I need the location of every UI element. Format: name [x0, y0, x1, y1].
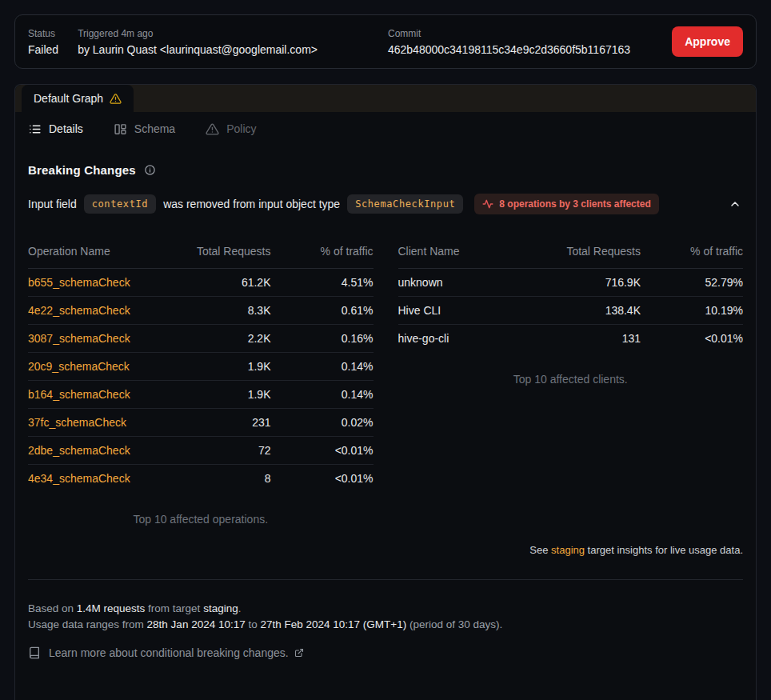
change-middle: was removed from input object type [163, 198, 340, 210]
schema-check-card: Default Graph Details [14, 84, 757, 700]
usage-text: . [238, 602, 242, 614]
operation-link[interactable]: 20c9_schemaCheck [28, 360, 130, 373]
operation-traffic: 0.14% [271, 381, 374, 409]
table-row: hive-go-cli 131 <0.01% [398, 325, 744, 353]
insights-note-prefix: See [529, 544, 551, 556]
operations-header-row: Operation Name Total Requests % of traff… [28, 236, 374, 269]
table-row: 4e34_schemaCheck 8 <0.01% [28, 465, 374, 493]
operation-requests: 8.3K [163, 297, 271, 325]
table-row: b655_schemaCheck 61.2K 4.51% [28, 269, 374, 297]
check-nav-row: Details Schema Policy [15, 112, 756, 146]
clients-header-row: Client Name Total Requests % of traffic [398, 236, 744, 269]
usage-summary-line1: Based on 1.4M requests from target stagi… [28, 601, 743, 617]
status-label: Status [28, 28, 58, 39]
check-summary-card: Status Failed Triggered 4m ago by Laurin… [14, 14, 757, 69]
operations-panel: Operation Name Total Requests % of traff… [28, 236, 374, 526]
client-requests: 131 [533, 325, 641, 353]
triggered-group: Triggered 4m ago by Laurin Quast <laurin… [78, 28, 318, 56]
operation-traffic: 4.51% [271, 269, 374, 297]
operation-requests: 8 [163, 465, 271, 493]
clients-col-traffic: % of traffic [641, 236, 743, 269]
table-row: Hive CLI 138.4K 10.19% [398, 297, 744, 325]
clients-col-requests: Total Requests [533, 236, 641, 269]
usage-summary: Based on 1.4M requests from target stagi… [28, 601, 743, 633]
tab-schema[interactable]: Schema [114, 122, 175, 136]
breaking-change-row[interactable]: Input field contextId was removed from i… [28, 194, 743, 214]
operations-table: Operation Name Total Requests % of traff… [28, 236, 374, 492]
table-row: b164_schemaCheck 1.9K 0.14% [28, 381, 374, 409]
pulse-icon [482, 198, 493, 210]
usage-range-start: 28th Jan 2024 10:17 [147, 618, 246, 630]
tab-default-graph[interactable]: Default Graph [22, 85, 134, 112]
usage-text: (period of 30 days). [406, 618, 502, 630]
schema-icon [114, 122, 127, 136]
table-row: 4e22_schemaCheck 8.3K 0.61% [28, 297, 374, 325]
usage-text: Usage data ranges from [28, 618, 147, 630]
graph-tab-strip: Default Graph [15, 85, 756, 112]
table-row: 2dbe_schemaCheck 72 <0.01% [28, 437, 374, 465]
operation-link[interactable]: b164_schemaCheck [28, 388, 130, 401]
operation-traffic: 0.14% [271, 353, 374, 381]
external-link-icon [294, 648, 304, 658]
list-icon [28, 122, 42, 136]
operation-requests: 231 [163, 409, 271, 437]
info-icon[interactable] [144, 164, 156, 176]
status-group: Status Failed [28, 28, 58, 56]
triggered-author: by Laurin Quast <laurinquast@googlemail.… [78, 43, 318, 56]
details-content: Breaking Changes Input field contextId w… [15, 163, 756, 659]
operation-link[interactable]: b655_schemaCheck [28, 276, 130, 289]
warning-triangle-icon [110, 93, 122, 105]
operations-col-traffic: % of traffic [271, 236, 374, 269]
operation-link[interactable]: 2dbe_schemaCheck [28, 444, 130, 457]
usage-text: to [246, 618, 261, 630]
operation-link[interactable]: 4e34_schemaCheck [28, 472, 130, 485]
operations-caption: Top 10 affected operations. [28, 513, 374, 526]
client-requests: 716.9K [533, 269, 641, 297]
tab-details[interactable]: Details [28, 122, 83, 136]
tab-details-label: Details [49, 122, 83, 135]
usage-target-name: staging [203, 602, 238, 614]
learn-more-label: Learn more about conditional breaking ch… [49, 646, 289, 659]
type-name-chip: SchemaCheckInput [347, 194, 463, 214]
graph-tab-label: Default Graph [34, 92, 103, 105]
table-row: 37fc_schemaCheck 231 0.02% [28, 409, 374, 437]
alert-triangle-icon [206, 122, 219, 136]
operation-link[interactable]: 37fc_schemaCheck [28, 416, 126, 429]
approve-button[interactable]: Approve [672, 26, 743, 57]
clients-col-name: Client Name [398, 236, 533, 269]
status-value: Failed [28, 43, 58, 56]
usage-text: from target [145, 602, 203, 614]
operation-traffic: <0.01% [271, 465, 374, 493]
operation-requests: 1.9K [163, 381, 271, 409]
clients-panel: Client Name Total Requests % of traffic … [398, 236, 744, 386]
operation-traffic: 0.02% [271, 409, 374, 437]
insights-note-suffix: target insights for live usage data. [585, 544, 743, 556]
operations-col-name: Operation Name [28, 236, 163, 269]
client-name: Hive CLI [398, 297, 533, 325]
clients-caption: Top 10 affected clients. [398, 373, 744, 386]
usage-text: Based on [28, 602, 77, 614]
divider [28, 579, 743, 580]
client-traffic: <0.01% [641, 325, 743, 353]
table-row: unknown 716.9K 52.79% [398, 269, 744, 297]
chevron-up-icon[interactable] [727, 196, 743, 212]
commit-label: Commit [388, 28, 630, 39]
client-traffic: 10.19% [641, 297, 743, 325]
client-traffic: 52.79% [641, 269, 743, 297]
table-row: 20c9_schemaCheck 1.9K 0.14% [28, 353, 374, 381]
tab-policy[interactable]: Policy [206, 122, 256, 136]
triggered-label: Triggered 4m ago [78, 28, 318, 39]
usage-summary-line2: Usage data ranges from 28th Jan 2024 10:… [28, 617, 743, 633]
learn-more-link[interactable]: Learn more about conditional breaking ch… [49, 646, 304, 659]
operation-requests: 61.2K [163, 269, 271, 297]
staging-target-link[interactable]: staging [551, 544, 585, 556]
operation-link[interactable]: 4e22_schemaCheck [28, 304, 130, 317]
operation-link[interactable]: 3087_schemaCheck [28, 332, 130, 345]
commit-group: Commit 462b48000c34198115c34e9c2d3660f5b… [388, 28, 630, 56]
operation-requests: 72 [163, 437, 271, 465]
usage-range-end: 27th Feb 2024 10:17 (GMT+1) [260, 618, 406, 630]
insights-note: See staging target insights for live usa… [28, 544, 743, 556]
commit-hash: 462b48000c34198115c34e9c2d3660f5b1167163 [388, 43, 630, 56]
operation-requests: 1.9K [163, 353, 271, 381]
operation-traffic: 0.16% [271, 325, 374, 353]
